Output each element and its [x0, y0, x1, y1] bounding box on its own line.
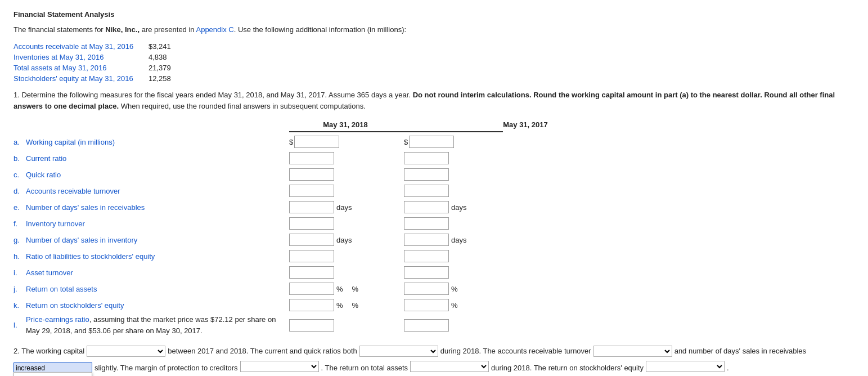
input-2018-l[interactable] — [289, 319, 334, 332]
col2017-group: $ — [404, 136, 516, 148]
input-2018-i[interactable] — [289, 266, 334, 279]
col2017-group: % — [404, 283, 516, 295]
info-row: Total assets at May 31, 201621,379 — [14, 64, 854, 72]
unit-label-2018: days — [336, 203, 352, 212]
input-2017-h[interactable] — [404, 250, 449, 262]
section2-label: 2. The working capital — [14, 344, 84, 359]
input-2017-d[interactable] — [404, 185, 449, 197]
row-inputs — [289, 185, 516, 197]
row-label: Ratio of liabilities to stockholders' eq… — [26, 252, 289, 261]
col2018-group — [289, 250, 402, 262]
col2018-group: days — [289, 201, 402, 213]
row-label: Price-earnings ratio, assuming that the … — [26, 314, 289, 336]
row-letter: g. — [14, 236, 26, 244]
section2-dropdown[interactable]: decreasedincreasedremained constant — [359, 346, 438, 357]
input-2018-j[interactable] — [289, 283, 334, 295]
input-2017-g[interactable] — [404, 234, 449, 246]
row-label: Number of days' sales in inventory — [26, 236, 289, 244]
unit-label-2017: days — [451, 203, 466, 212]
input-2018-h[interactable] — [289, 250, 334, 262]
input-2017-l[interactable] — [404, 319, 449, 332]
intro-text-mid: are presented in — [140, 25, 196, 34]
input-2018-g[interactable] — [289, 234, 334, 246]
input-2018-a[interactable] — [294, 136, 339, 148]
col2018-group — [289, 266, 402, 279]
col2018-group — [289, 168, 402, 181]
col2017-group — [404, 319, 516, 332]
row-letter: e. — [14, 203, 26, 212]
row-letter: h. — [14, 252, 26, 261]
open-dropdown-list: decreasedincreasedremained constant — [14, 372, 92, 376]
input-2018-d[interactable] — [289, 185, 334, 197]
row-label: Working capital (in millions) — [26, 138, 289, 146]
row-label: Inventory turnover — [26, 220, 289, 228]
section2-dropdown[interactable]: decreasedincreasedremained constant — [646, 361, 725, 372]
row-letter: a. — [14, 138, 26, 146]
row-letter: k. — [14, 301, 26, 310]
row-inputs — [289, 250, 516, 262]
input-2017-e[interactable] — [404, 201, 449, 213]
input-2018-c[interactable] — [289, 168, 334, 181]
intro-paragraph: The financial statements for Nike, Inc.,… — [14, 24, 854, 35]
row-inputs — [289, 217, 516, 230]
measure-row: l.Price-earnings ratio, assuming that th… — [14, 314, 854, 336]
col-header-2017: May 31, 2017 — [469, 120, 582, 129]
measure-row: d.Accounts receivable turnover — [14, 183, 854, 198]
section2-dropdown[interactable]: decreasedincreasedremained constant — [593, 346, 672, 357]
pct-2018: % — [336, 301, 343, 310]
measure-row: f.Inventory turnover — [14, 216, 854, 231]
row-inputs: %%% — [289, 283, 516, 295]
measures-section: May 31, 2018 May 31, 2017 a.Working capi… — [14, 120, 854, 336]
row-inputs: daysdays — [289, 201, 516, 213]
info-label: Total assets at May 31, 2016 — [14, 64, 149, 72]
section2-text7: during 2018. The return on stockholders'… — [491, 361, 644, 375]
row-inputs — [289, 152, 516, 164]
col2017-group — [404, 250, 516, 262]
section2-dropdown[interactable]: decreasedincreasedremained constant — [240, 361, 319, 372]
appendix-link[interactable]: Appendix C — [196, 25, 233, 34]
measure-row: e.Number of days' sales in receivablesda… — [14, 200, 854, 214]
section2-line2: decreasedincreasedremained constantsligh… — [14, 361, 854, 375]
section2-dropdown[interactable]: decreasedincreasedremained constant — [87, 346, 165, 357]
col2017-group — [404, 185, 516, 197]
measure-row: b.Current ratio — [14, 151, 854, 165]
row-inputs — [289, 266, 516, 279]
row-label: Asset turnover — [26, 268, 289, 277]
input-2018-e[interactable] — [289, 201, 334, 213]
col2018-group — [289, 319, 402, 332]
col2017-group — [404, 217, 516, 230]
input-2017-i[interactable] — [404, 266, 449, 279]
input-2018-b[interactable] — [289, 152, 334, 164]
section2-dropdown[interactable]: decreasedincreasedremained constant — [410, 361, 489, 372]
input-2018-f[interactable] — [289, 217, 334, 230]
col2018-group: %% — [289, 299, 402, 311]
unit-label-2017: % — [451, 301, 458, 310]
measure-row: g.Number of days' sales in inventorydays… — [14, 232, 854, 247]
input-2017-k[interactable] — [404, 299, 449, 311]
row-label: Accounts receivable turnover — [26, 187, 289, 195]
dollar-sign-2018: $ — [289, 138, 293, 146]
info-label: Inventories at May 31, 2016 — [14, 53, 149, 61]
dropdown-list-item[interactable]: decreased — [14, 373, 92, 376]
col2018-group — [289, 152, 402, 164]
section2-text2: between 2017 and 2018. The current and q… — [168, 344, 357, 359]
input-2017-c[interactable] — [404, 168, 449, 181]
measure-row: a.Working capital (in millions)$$ — [14, 135, 854, 149]
col2018-group: $ — [289, 136, 402, 148]
input-2017-j[interactable] — [404, 283, 449, 295]
company-name: Nike, Inc., — [105, 25, 140, 34]
section2-text5: slightly. The margin of protection to cr… — [95, 361, 238, 375]
unit-label-2018: % — [352, 285, 359, 293]
col2018-group: %% — [289, 283, 402, 295]
row-label: Number of days' sales in receivables — [26, 203, 289, 212]
input-2017-b[interactable] — [404, 152, 449, 164]
section2: 2. The working capitaldecreasedincreased… — [14, 344, 854, 375]
row-label: Quick ratio — [26, 171, 289, 179]
info-row: Inventories at May 31, 20164,838 — [14, 53, 854, 61]
measure-row: h.Ratio of liabilities to stockholders' … — [14, 249, 854, 263]
input-2017-a[interactable] — [409, 136, 454, 148]
row-inputs: %%% — [289, 299, 516, 311]
section2-text3: during 2018. The accounts receivable tur… — [440, 344, 591, 359]
input-2017-f[interactable] — [404, 217, 449, 230]
input-2018-k[interactable] — [289, 299, 334, 311]
